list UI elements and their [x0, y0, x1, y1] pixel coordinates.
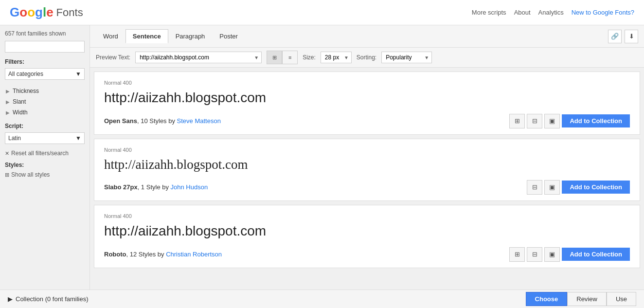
- add-to-collection-button-1[interactable]: Add to Collection: [562, 114, 630, 127]
- font-preview-2: http://aiizahh.blogspot.com: [104, 157, 630, 172]
- font-list: Normal 400 http://aiizahh.blogspot.com O…: [90, 68, 644, 308]
- font-preview-3: http://aiizahh.blogspot.com: [104, 223, 630, 239]
- icon-3b: ⊟: [532, 251, 537, 258]
- font-name-2: Slabo 27px, 1 Style by John Hudson: [104, 183, 208, 191]
- add-to-collection-button-2[interactable]: Add to Collection: [562, 181, 630, 194]
- categories-value: All categories: [8, 71, 43, 77]
- reset-icon: ✕: [5, 150, 9, 157]
- add-to-collection-button-3[interactable]: Add to Collection: [562, 248, 630, 261]
- card-actions-1: ⊞ ⊟ ▣ Add to Collection: [509, 114, 630, 128]
- size-select-wrap: 28 px 8 px 12 px 14 px 18 px 24 px 36 px…: [321, 52, 352, 63]
- categories-arrow-icon: ▼: [75, 71, 81, 77]
- download-icon: ⬇: [629, 33, 634, 40]
- font-card-open-sans: Normal 400 http://aiizahh.blogspot.com O…: [94, 72, 640, 135]
- font-footer-3: Roboto, 12 Styles by Christian Robertson…: [104, 247, 630, 262]
- nav-new-to[interactable]: New to Google Fonts?: [572, 9, 634, 16]
- width-filter[interactable]: ▶ Width: [5, 107, 85, 118]
- card-icon-btn-1a[interactable]: ⊞: [509, 114, 525, 128]
- tab-paragraph[interactable]: Paragraph: [168, 29, 213, 43]
- logo-g2: g: [35, 5, 43, 19]
- tab-poster[interactable]: Poster: [212, 29, 245, 43]
- preview-bar: Preview Text: ▼ ⊞ ≡ Size: 28 px 8 px 12 …: [90, 48, 644, 68]
- toolbar: Word Sentence Paragraph Poster 🔗 ⬇: [90, 25, 644, 48]
- collection-expand-arrow-icon: ▶: [8, 295, 13, 303]
- size-select[interactable]: 28 px 8 px 12 px 14 px 18 px 24 px 36 px…: [321, 52, 352, 63]
- font-name-3: Roboto, 12 Styles by Christian Robertson: [104, 251, 222, 258]
- card-actions-2: ⊟ ▣ Add to Collection: [527, 180, 630, 195]
- font-meta-1: Normal 400: [104, 80, 630, 86]
- link-icon: 🔗: [611, 33, 619, 40]
- font-author-2[interactable]: John Hudson: [171, 183, 208, 191]
- nav-about[interactable]: About: [514, 9, 531, 16]
- tab-word[interactable]: Word: [96, 29, 125, 43]
- width-arrow-icon: ▶: [6, 110, 10, 115]
- logo-g: G: [10, 5, 19, 19]
- grid-icon: ⊞: [272, 54, 277, 61]
- use-button[interactable]: Use: [607, 292, 636, 306]
- font-name-bold-2: Slabo 27px: [104, 183, 138, 191]
- logo-google: Google: [10, 5, 54, 20]
- nav-more-scripts[interactable]: More scripts: [472, 9, 506, 16]
- font-author-1[interactable]: Steve Matteson: [177, 117, 221, 125]
- font-meta-2: Normal 400: [104, 147, 630, 153]
- thickness-filter[interactable]: ▶ Thickness: [5, 86, 85, 96]
- styles-label: Styles:: [5, 162, 85, 168]
- font-count: 657 font families shown: [5, 30, 85, 37]
- view-tabs: Word Sentence Paragraph Poster: [96, 29, 245, 43]
- layout: 657 font families shown Filters: All cat…: [0, 25, 644, 308]
- logo-text: Fonts: [56, 6, 83, 19]
- script-dropdown[interactable]: Latin ▼: [5, 132, 85, 144]
- logo-o2: o: [27, 5, 35, 19]
- card-icon-btn-2b[interactable]: ▣: [544, 180, 560, 195]
- icon-2b: ▣: [549, 183, 555, 191]
- toolbar-actions: 🔗 ⬇: [608, 30, 638, 43]
- tab-sentence[interactable]: Sentence: [125, 29, 168, 43]
- card-icon-btn-3b[interactable]: ⊟: [527, 247, 542, 262]
- choose-button[interactable]: Choose: [526, 292, 568, 306]
- thickness-label: Thickness: [13, 88, 39, 94]
- font-card-slabo: Normal 400 http://aiizahh.blogspot.com S…: [94, 139, 640, 201]
- logo: Google Fonts: [10, 5, 83, 20]
- list-view-button[interactable]: ≡: [282, 51, 298, 64]
- review-button[interactable]: Review: [567, 292, 607, 306]
- width-label: Width: [13, 109, 28, 116]
- card-icon-btn-2a[interactable]: ⊟: [527, 180, 542, 195]
- show-styles-label: Show all styles: [11, 171, 50, 178]
- font-preview-1: http://aiizahh.blogspot.com: [104, 90, 630, 106]
- list-icon: ≡: [288, 54, 291, 60]
- logo-e: e: [46, 5, 53, 19]
- card-icon-btn-1c[interactable]: ▣: [544, 114, 560, 128]
- font-footer-1: Open Sans, 10 Styles by Steve Matteson ⊞…: [104, 114, 630, 128]
- script-label: Script:: [5, 123, 85, 129]
- card-icon-btn-1b[interactable]: ⊟: [527, 114, 542, 128]
- reset-filters-link[interactable]: ✕ Reset all filters/search: [5, 150, 85, 157]
- script-value: Latin: [8, 135, 21, 142]
- link-icon-button[interactable]: 🔗: [608, 30, 622, 43]
- grid-view-button[interactable]: ⊞: [267, 51, 282, 64]
- preview-input-wrap: ▼: [135, 52, 262, 63]
- icon-2a: ⊟: [532, 183, 537, 191]
- card-icon-btn-3a[interactable]: ⊞: [509, 247, 525, 262]
- preview-text-input[interactable]: [135, 52, 262, 63]
- slant-filter[interactable]: ▶ Slant: [5, 96, 85, 107]
- categories-dropdown[interactable]: All categories ▼: [5, 68, 85, 80]
- icon-1a: ⊞: [515, 117, 520, 125]
- font-footer-2: Slabo 27px, 1 Style by John Hudson ⊟ ▣ A…: [104, 180, 630, 195]
- collection-label[interactable]: ▶ Collection (0 font families): [8, 295, 89, 303]
- show-all-styles-link[interactable]: ⊞ Show all styles: [5, 171, 85, 178]
- search-input[interactable]: [5, 41, 85, 53]
- icon-3c: ▣: [549, 251, 555, 258]
- show-styles-icon: ⊞: [5, 172, 9, 178]
- bottom-actions: Choose Review Use: [526, 292, 636, 306]
- grid-view-buttons: ⊞ ≡: [267, 51, 298, 64]
- sorting-select[interactable]: Popularity Alphabetical Date added Trend…: [381, 52, 432, 63]
- size-label: Size:: [303, 54, 316, 61]
- sorting-label: Sorting:: [357, 54, 376, 61]
- nav-analytics[interactable]: Analytics: [538, 9, 564, 16]
- card-icon-btn-3c[interactable]: ▣: [544, 247, 560, 262]
- download-icon-button[interactable]: ⬇: [625, 30, 638, 43]
- header: Google Fonts More scripts About Analytic…: [0, 0, 644, 25]
- font-author-3[interactable]: Christian Robertson: [166, 251, 222, 258]
- icon-1c: ▣: [549, 117, 555, 125]
- font-name-bold-1: Open Sans: [104, 117, 137, 125]
